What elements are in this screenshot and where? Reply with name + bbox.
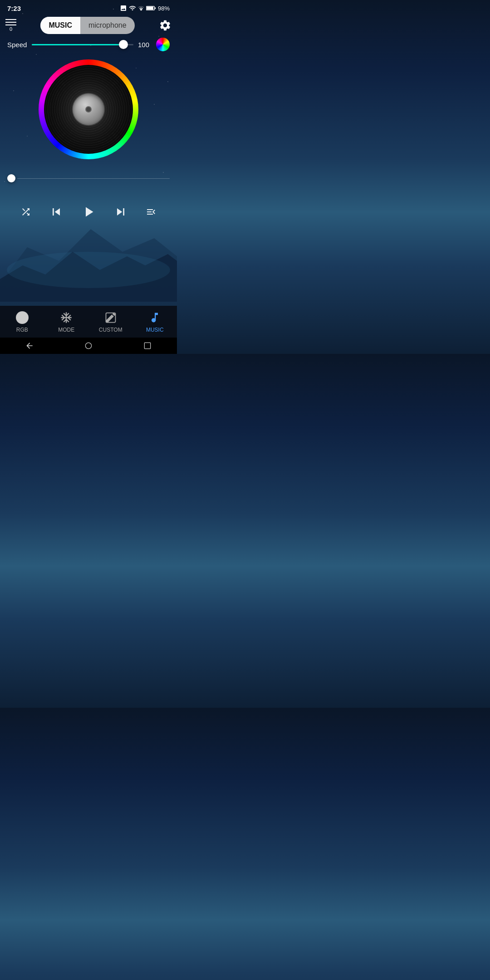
shuffle-icon xyxy=(20,206,32,217)
music-mode-button[interactable]: MUSIC xyxy=(40,17,80,34)
svg-rect-6 xyxy=(144,343,150,348)
edit-box-icon xyxy=(104,311,117,324)
shuffle-button[interactable] xyxy=(20,206,32,217)
wifi-icon xyxy=(129,5,136,12)
microphone-mode-button[interactable]: microphone xyxy=(80,17,135,34)
nav-label-music: MUSIC xyxy=(146,327,164,333)
play-button[interactable] xyxy=(80,204,97,220)
music-icon xyxy=(148,311,161,324)
system-nav xyxy=(0,338,177,354)
svg-point-0 xyxy=(7,252,170,288)
custom-icon xyxy=(103,310,118,325)
recents-icon xyxy=(143,341,152,350)
playlist-icon xyxy=(145,206,157,217)
speed-row: Speed 100 xyxy=(0,36,177,53)
settings-button[interactable] xyxy=(159,19,172,32)
svg-rect-3 xyxy=(155,7,156,9)
menu-count: 0 xyxy=(10,26,12,32)
back-button[interactable] xyxy=(25,341,34,350)
next-icon xyxy=(113,205,128,219)
speed-label: Speed xyxy=(7,41,27,49)
svg-rect-2 xyxy=(147,7,153,10)
home-button[interactable] xyxy=(84,341,93,350)
home-icon xyxy=(84,341,93,350)
status-bar: 7:23 98% xyxy=(0,0,177,15)
nav-item-music[interactable]: MUSIC xyxy=(133,310,177,334)
color-wheel-button[interactable] xyxy=(156,38,170,51)
progress-thumb[interactable] xyxy=(7,174,15,182)
nav-label-mode: MODE xyxy=(58,327,74,333)
battery-icon xyxy=(146,5,156,11)
snowflake-icon xyxy=(60,311,73,324)
nav-item-custom[interactable]: CUSTOM xyxy=(88,310,133,334)
speed-fill xyxy=(32,44,123,45)
progress-row[interactable] xyxy=(0,173,177,184)
vinyl-center-label xyxy=(73,93,104,125)
header: 0 MUSIC microphone xyxy=(0,15,177,36)
speed-value: 100 xyxy=(138,41,152,49)
nav-label-rgb: RGB xyxy=(16,327,28,333)
menu-button[interactable]: 0 xyxy=(5,19,16,32)
hamburger-icon xyxy=(5,19,16,25)
progress-track[interactable] xyxy=(17,178,170,179)
status-icons: 98% xyxy=(120,5,170,12)
status-time: 7:23 xyxy=(7,5,21,12)
nav-label-custom: CUSTOM xyxy=(99,327,122,333)
signal-icon xyxy=(138,5,144,12)
controls-row xyxy=(0,197,177,226)
speed-slider[interactable] xyxy=(32,44,133,45)
mode-icon xyxy=(59,310,74,325)
vinyl-record xyxy=(39,59,138,159)
recents-button[interactable] xyxy=(143,341,152,350)
back-icon xyxy=(25,341,34,350)
playlist-button[interactable] xyxy=(145,206,157,217)
speed-thumb[interactable] xyxy=(119,40,128,49)
bottom-nav: RGB MODE CUSTOM MUSIC xyxy=(0,306,177,338)
nav-item-rgb[interactable]: RGB xyxy=(0,310,44,334)
play-icon xyxy=(80,204,97,220)
photo-icon xyxy=(120,5,127,12)
next-button[interactable] xyxy=(113,205,128,219)
nav-item-mode[interactable]: MODE xyxy=(44,310,89,334)
previous-button[interactable] xyxy=(49,205,64,219)
rgb-icon xyxy=(15,310,29,325)
previous-icon xyxy=(49,205,64,219)
battery-percent: 98% xyxy=(158,5,170,12)
mode-toggle: MUSIC microphone xyxy=(40,17,134,34)
svg-point-5 xyxy=(85,343,91,348)
gear-icon xyxy=(159,19,172,32)
vinyl-container xyxy=(0,55,177,164)
vinyl-disk xyxy=(44,65,133,154)
music-note-icon xyxy=(147,310,162,325)
